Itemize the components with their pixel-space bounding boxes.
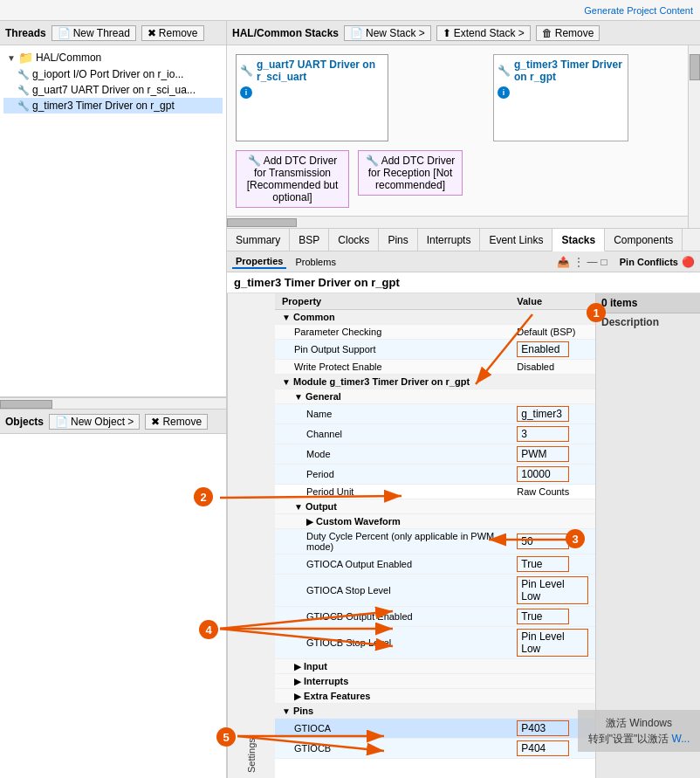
tab-stacks[interactable]: Stacks: [552, 229, 605, 251]
prop-label: Period Unit: [275, 485, 510, 499]
table-row[interactable]: GTIOCBP404: [275, 739, 595, 759]
new-object-button[interactable]: 📄 New Object >: [49, 414, 140, 430]
stacks-title: HAL/Common Stacks: [232, 27, 339, 39]
new-stack-button[interactable]: 📄 New Stack >: [344, 25, 431, 41]
tab-event-links[interactable]: Event Links: [480, 229, 552, 251]
generate-project-link[interactable]: Generate Project Content: [584, 5, 693, 16]
tab-clocks[interactable]: Clocks: [329, 229, 379, 251]
props-icons: 📤 ⋮ — □: [557, 256, 607, 268]
tab-bsp[interactable]: BSP: [290, 229, 329, 251]
prop-label: GTIOCA Stop Level: [275, 575, 510, 607]
props-tab-properties[interactable]: Properties: [232, 255, 286, 269]
prop-label: Mode: [275, 444, 510, 465]
new-stack-icon: 📄: [350, 27, 363, 39]
dtc-reception-icon: 🔧: [366, 155, 379, 167]
timer3-info-icon[interactable]: i: [498, 86, 510, 99]
props-icon-minimize[interactable]: —: [587, 256, 598, 268]
table-row[interactable]: GTIOCA Output EnabledTrue: [275, 554, 595, 575]
new-thread-button[interactable]: 📄 New Thread: [51, 25, 136, 41]
prop-value[interactable]: 10000: [510, 465, 595, 485]
prop-value[interactable]: Raw Counts: [510, 485, 595, 499]
props-icon-maximize[interactable]: □: [601, 256, 607, 268]
threads-hscroll[interactable]: [0, 397, 226, 410]
table-row[interactable]: Duty Cycle Percent (only applicable in P…: [275, 529, 595, 554]
uart7-stack-card[interactable]: 🔧 g_uart7 UART Driver on r_sci_uart i: [236, 54, 388, 141]
tree-item-label-uart7: g_uart7 UART Driver on r_sci_ua...: [32, 84, 196, 96]
timer3-chip-icon: 🔧: [498, 65, 511, 77]
prop-value[interactable]: True: [510, 554, 595, 575]
chip-icon-uart: 🔧: [17, 85, 30, 96]
threads-title: Threads: [5, 27, 46, 39]
tree-item-timer3[interactable]: 🔧 g_timer3 Timer Driver on r_gpt: [3, 98, 223, 114]
prop-value[interactable]: Enabled: [510, 340, 595, 360]
pin-conflicts-icon: 🔴: [682, 256, 695, 268]
remove-object-button[interactable]: ✖ Remove: [145, 414, 208, 430]
extend-stack-button[interactable]: ⬆ Extend Stack >: [436, 25, 531, 41]
col-value: Value: [510, 293, 595, 310]
prop-value[interactable]: 3: [510, 424, 595, 444]
table-row[interactable]: Write Protect EnableDisabled: [275, 360, 595, 375]
dtc-transmission-card[interactable]: 🔧 Add DTC Driver for Transmission [Recom…: [236, 150, 349, 208]
stacks-hscroll-thumb[interactable]: [227, 218, 297, 227]
timer3-stack-card[interactable]: 🔧 g_timer3 Timer Driver on r_gpt i: [493, 54, 628, 141]
uart7-info-icon[interactable]: i: [240, 86, 252, 99]
prop-value[interactable]: g_timer3: [510, 404, 595, 424]
stacks-vscroll-thumb[interactable]: [690, 54, 700, 80]
dtc-reception-card[interactable]: 🔧 Add DTC Driver for Reception [Not reco…: [358, 150, 463, 196]
prop-label: GTIOCA Output Enabled: [275, 554, 510, 575]
table-row[interactable]: ModePWM: [275, 444, 595, 465]
table-row[interactable]: GTIOCB Output EnabledTrue: [275, 607, 595, 627]
table-row[interactable]: Parameter CheckingDefault (BSP): [275, 325, 595, 340]
tree-item-ioport[interactable]: 🔧 g_ioport I/O Port Driver on r_io...: [3, 66, 223, 82]
stacks-vscroll[interactable]: [688, 45, 700, 228]
table-row[interactable]: Period UnitRaw Counts: [275, 485, 595, 499]
table-row[interactable]: Channel3: [275, 424, 595, 444]
objects-header: Objects 📄 New Object > ✖ Remove: [0, 410, 226, 434]
table-row: ▼ Output: [275, 499, 595, 514]
prop-value[interactable]: True: [510, 607, 595, 627]
pin-conflicts-label: Pin Conflicts: [620, 257, 678, 267]
tree-item-hal-common[interactable]: ▼ 📁 HAL/Common: [3, 49, 223, 66]
dtc-transmission-label: Add DTC Driver for Transmission [Recomme…: [247, 155, 339, 203]
tab-pins[interactable]: Pins: [379, 229, 417, 251]
new-object-label: New Object >: [71, 416, 134, 428]
table-row: ▼ Common: [275, 310, 595, 325]
threads-header: Threads 📄 New Thread ✖ Remove: [0, 21, 226, 45]
prop-value[interactable]: Pin Level Low: [510, 575, 595, 607]
tree-item-uart7[interactable]: 🔧 g_uart7 UART Driver on r_sci_ua...: [3, 82, 223, 98]
remove-thread-button[interactable]: ✖ Remove: [141, 25, 204, 41]
prop-value[interactable]: Default (BSP): [510, 325, 595, 340]
new-thread-icon: 📄: [58, 27, 71, 39]
table-row: ▼ Module g_timer3 Timer Driver on r_gpt: [275, 375, 595, 389]
table-row[interactable]: GTIOCAP403: [275, 719, 595, 739]
props-table: Property Value ▼ CommonParameter Checkin…: [275, 293, 595, 778]
prop-value[interactable]: Pin Level Low: [510, 627, 595, 659]
table-row[interactable]: Period10000: [275, 465, 595, 485]
win-activate-link[interactable]: W...: [672, 733, 690, 745]
tab-components[interactable]: Components: [605, 229, 683, 251]
tab-summary[interactable]: Summary: [227, 229, 290, 251]
property-table: Property Value ▼ CommonParameter Checkin…: [275, 293, 595, 759]
table-row[interactable]: GTIOCA Stop LevelPin Level Low: [275, 575, 595, 607]
prop-label: GTIOCB: [275, 739, 510, 759]
props-icon-export[interactable]: 📤: [557, 256, 570, 268]
hscroll-thumb[interactable]: [0, 400, 52, 409]
stacks-hscroll[interactable]: [227, 216, 688, 228]
remove-stack-button[interactable]: 🗑 Remove: [536, 25, 600, 41]
table-row[interactable]: GTIOCB Stop LevelPin Level Low: [275, 627, 595, 659]
prop-value[interactable]: PWM: [510, 444, 595, 465]
props-icon-layout[interactable]: ⋮: [573, 256, 584, 268]
prop-value[interactable]: 50: [510, 529, 595, 554]
table-row[interactable]: Nameg_timer3: [275, 404, 595, 424]
remove-thread-icon: ✖: [148, 27, 156, 39]
prop-value[interactable]: Disabled: [510, 360, 595, 375]
props-tab-problems[interactable]: Problems: [292, 256, 339, 268]
table-row[interactable]: Pin Output SupportEnabled: [275, 340, 595, 360]
component-title-row: g_timer3 Timer Driver on r_gpt: [227, 272, 700, 293]
table-row: ▶ Extra Features: [275, 689, 595, 704]
tabs-bar: Summary BSP Clocks Pins Interrupts Event…: [227, 229, 700, 251]
pin-conflicts-button[interactable]: Pin Conflicts 🔴: [620, 256, 695, 268]
top-bar: Generate Project Content: [0, 0, 700, 21]
tab-interrupts[interactable]: Interrupts: [418, 229, 481, 251]
pin-conflicts-panel-header[interactable]: 0 items: [596, 293, 700, 313]
